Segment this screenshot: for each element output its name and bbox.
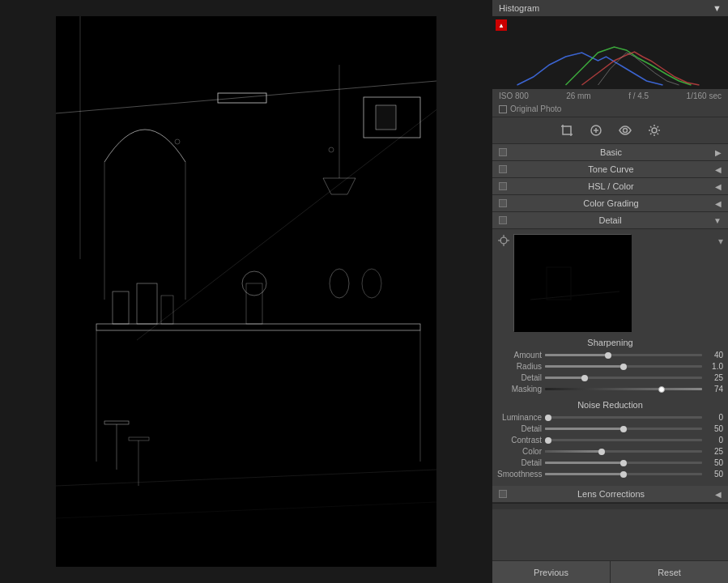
- nr-detail-color-slider[interactable]: [545, 462, 702, 464]
- nr-smoothness-fill: [545, 473, 624, 475]
- tone-curve-panel-arrow: ◀: [715, 165, 722, 174]
- nr-detail-label: Detail: [497, 424, 542, 433]
- detail-preview-row: ▾: [497, 234, 723, 331]
- panels-list[interactable]: Basic ▶ Tone Curve ◀ HSL / Color ◀ Color…: [492, 144, 728, 560]
- detail-options-button[interactable]: ▾: [718, 236, 723, 247]
- original-photo-checkbox[interactable]: [499, 105, 507, 113]
- heal-tool-icon[interactable]: [588, 122, 604, 138]
- sharpening-amount-thumb[interactable]: [605, 352, 611, 359]
- histogram-area: ▲: [492, 16, 728, 89]
- bottom-strip: [492, 503, 728, 509]
- aperture-value: f / 4.5: [628, 91, 649, 100]
- sharpening-amount-slider[interactable]: [545, 354, 702, 356]
- hsl-panel-toggle[interactable]: [499, 182, 507, 190]
- iso-value: ISO 800: [499, 91, 529, 100]
- sharpening-masking-slider[interactable]: [545, 388, 702, 390]
- svg-rect-29: [501, 16, 720, 89]
- basic-panel-arrow: ▶: [715, 148, 722, 157]
- nr-luminance-value: 0: [705, 413, 723, 422]
- color-grading-panel-header[interactable]: Color Grading ◀: [492, 195, 728, 212]
- detail-panel-toggle[interactable]: [499, 216, 507, 224]
- nr-detail-fill: [545, 428, 624, 430]
- basic-panel-title: Basic: [600, 147, 622, 157]
- histogram-svg: [492, 16, 728, 89]
- lens-corrections-panel-toggle[interactable]: [499, 490, 507, 498]
- nr-color-slider[interactable]: [545, 450, 702, 453]
- sharpening-radius-fill: [545, 365, 624, 368]
- detail-target-icon[interactable]: [497, 234, 510, 247]
- tone-curve-panel-title: Tone Curve: [588, 164, 633, 174]
- basic-panel-header[interactable]: Basic ▶: [492, 144, 728, 161]
- nr-smoothness-slider[interactable]: [545, 473, 702, 475]
- nr-luminance-label: Luminance: [497, 413, 542, 422]
- nr-detail-slider[interactable]: [545, 428, 702, 430]
- sharpening-masking-thumb[interactable]: [658, 386, 665, 393]
- sharpening-amount-row: Amount 40: [497, 351, 723, 360]
- nr-detail-row: Detail 50: [497, 424, 723, 433]
- nr-luminance-slider[interactable]: [545, 416, 702, 419]
- original-photo-row: Original Photo: [492, 103, 728, 117]
- nr-contrast-thumb[interactable]: [545, 437, 551, 444]
- nr-detail-thumb[interactable]: [620, 426, 627, 432]
- sharpening-radius-label: Radius: [497, 362, 542, 371]
- detail-panel-arrow: ▼: [713, 216, 722, 225]
- previous-button[interactable]: Previous: [492, 561, 611, 583]
- sharpening-masking-value: 74: [705, 385, 723, 394]
- nr-color-fill: [545, 450, 602, 453]
- nr-detail-color-fill: [545, 462, 624, 464]
- nr-detail-color-label: Detail: [497, 458, 542, 467]
- focal-value: 26 mm: [566, 91, 591, 100]
- sharpening-radius-slider[interactable]: [545, 365, 702, 368]
- sharpening-radius-thumb[interactable]: [620, 364, 627, 370]
- sharpening-masking-label: Masking: [497, 385, 542, 394]
- photo-svg: [56, 16, 436, 567]
- tone-curve-panel-toggle[interactable]: [499, 165, 507, 173]
- svg-rect-40: [514, 235, 632, 332]
- nr-smoothness-value: 50: [705, 470, 723, 479]
- color-grading-panel-toggle[interactable]: [499, 199, 507, 207]
- sharpening-detail-row: Detail 25: [497, 373, 723, 382]
- sharpening-radius-value: 1.0: [705, 362, 723, 371]
- svg-point-34: [652, 128, 657, 133]
- hsl-color-panel-header[interactable]: HSL / Color ◀: [492, 178, 728, 195]
- nr-color-value: 25: [705, 447, 723, 456]
- crop-tool-icon[interactable]: [559, 122, 575, 138]
- sharpening-amount-label: Amount: [497, 351, 542, 360]
- nr-contrast-slider[interactable]: [545, 439, 702, 441]
- nr-detail-color-value: 50: [705, 458, 723, 467]
- settings-tool-icon[interactable]: [646, 122, 662, 138]
- redeye-tool-icon[interactable]: [617, 122, 633, 138]
- clipping-warning-icon[interactable]: ▲: [496, 19, 507, 31]
- lens-corrections-panel-header[interactable]: Lens Corrections ◀: [492, 486, 728, 503]
- tone-curve-panel-header[interactable]: Tone Curve ◀: [492, 161, 728, 178]
- nr-detail-color-row: Detail 50: [497, 458, 723, 467]
- sharpening-masking-row: Masking 74: [497, 385, 723, 394]
- photo-panel: [0, 0, 492, 583]
- detail-panel-content: ▾ Sharpening Amount 40 Radius: [492, 229, 728, 486]
- lens-corrections-panel-arrow: ◀: [715, 490, 722, 499]
- nr-detail-value: 50: [705, 424, 723, 433]
- nr-color-thumb[interactable]: [598, 449, 605, 455]
- sharpening-detail-thumb[interactable]: [581, 375, 588, 381]
- hsl-panel-title: HSL / Color: [588, 181, 633, 191]
- histogram-header: Histogram ▼: [492, 0, 728, 16]
- sharpening-radius-row: Radius 1.0: [497, 362, 723, 371]
- detail-preview-thumbnail: [513, 234, 631, 331]
- nr-luminance-thumb[interactable]: [545, 415, 551, 421]
- nr-detail-color-thumb[interactable]: [620, 460, 627, 466]
- reset-button[interactable]: Reset: [611, 561, 728, 583]
- histogram-title: Histogram: [499, 3, 539, 13]
- detail-panel-header[interactable]: Detail ▼: [492, 212, 728, 229]
- nr-smoothness-thumb[interactable]: [620, 471, 627, 478]
- right-panel: Histogram ▼ ▲ ISO 800 26 mm f / 4.5 1/16…: [492, 0, 728, 583]
- svg-rect-26: [376, 105, 396, 130]
- nr-contrast-value: 0: [705, 436, 723, 445]
- sharpening-detail-slider[interactable]: [545, 377, 702, 379]
- nr-color-label: Color: [497, 447, 542, 456]
- tool-icons-row: [492, 117, 728, 144]
- svg-point-35: [500, 237, 507, 244]
- bottom-nav: Previous Reset: [492, 560, 728, 583]
- basic-panel-toggle[interactable]: [499, 148, 507, 156]
- lens-corrections-panel-title: Lens Corrections: [577, 489, 645, 499]
- nr-smoothness-row: Smoothness 50: [497, 470, 723, 479]
